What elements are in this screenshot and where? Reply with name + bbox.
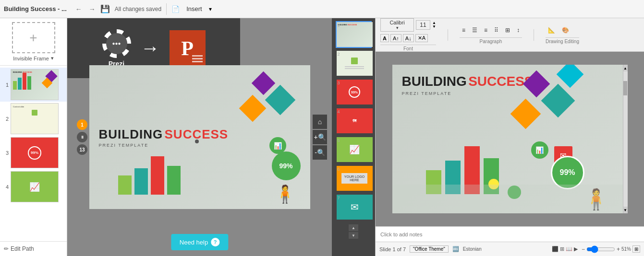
slide-canvas: BUILDING SUCCESS PREZI TEMPLATE 📊: [89, 65, 310, 209]
strip-item-5[interactable]: 5 📈: [336, 136, 372, 163]
font-section-title: Font: [380, 45, 436, 51]
spell-check-icon[interactable]: 🔤: [452, 246, 459, 252]
strip-item-6[interactable]: 6 YOUR LOGOHERE: [336, 165, 372, 192]
language-badge[interactable]: Estonian: [463, 246, 482, 252]
slide-strip: 1 BUILDING SUCCESS 2 3 99%: [332, 18, 375, 256]
font-size-shrink[interactable]: A↓: [403, 34, 414, 42]
strip-scroll-up[interactable]: ▲: [349, 224, 358, 231]
strip-item-2[interactable]: 2: [336, 50, 372, 77]
main-container: + Invisible Frame ▾ 1 BUILDING SUCCESS: [0, 18, 644, 256]
strip-thumb-5: 📈: [337, 137, 373, 162]
bar-1: [118, 175, 132, 195]
help-button[interactable]: Need help ?: [171, 234, 228, 250]
strip-num-6: 6: [338, 167, 340, 172]
right-panel: Calibri ▾ 11 ▲ ▼ A A↑ A↓ ✕A: [375, 18, 644, 256]
save-file-icon: 📄: [171, 5, 180, 13]
strip-num-7: 7: [338, 196, 340, 200]
path-numbers: 1 ⏸ 13: [77, 119, 87, 155]
dot-indicator: [195, 140, 199, 143]
right-slide-container: BUILDING SUCCESS PREZI TEMPLATE: [376, 52, 644, 226]
zoom-in-button[interactable]: +🔍: [313, 130, 327, 144]
insert-button[interactable]: Insert: [182, 4, 206, 13]
strip-item-3[interactable]: 3 99%: [336, 79, 372, 105]
zoom-controls: − + 51% ⊞: [582, 245, 640, 253]
slide-thumb-2: Content slide: [11, 103, 59, 134]
prezi-logo: ●●●: [102, 29, 131, 58]
bold-button[interactable]: A: [380, 34, 389, 42]
font-dropdown-button[interactable]: Calibri ▾: [380, 18, 414, 32]
back-button[interactable]: ←: [73, 4, 84, 14]
strip-thumb-4: 🗺: [337, 108, 373, 133]
scroll-up-button[interactable]: ▲: [623, 65, 628, 71]
scroll-thumb: [623, 81, 627, 95]
theme-badge[interactable]: "Office Theme": [410, 245, 449, 253]
font-size-button[interactable]: 11: [416, 20, 430, 30]
arrange-button[interactable]: 📐: [546, 25, 558, 35]
prezi-logo-center: ●●●: [106, 33, 127, 54]
align-right-button[interactable]: ≡: [482, 25, 490, 35]
font-size-down[interactable]: ▼: [432, 25, 436, 29]
slide-num-4: 4: [3, 184, 9, 190]
slide-item-4[interactable]: 4 📈: [0, 170, 67, 204]
ribbon-drawing-buttons: 📐 🎨: [546, 25, 579, 35]
canvas-area: ●●● Prezi → P: [67, 18, 332, 256]
quick-styles-button[interactable]: 🎨: [559, 25, 571, 35]
column-button[interactable]: ⊞: [503, 25, 512, 35]
align-center-button[interactable]: ☰: [470, 25, 480, 35]
slide-thumb-1: BUILDING SUCCESS: [11, 69, 59, 100]
clear-format-button[interactable]: ✕A: [415, 34, 428, 42]
reading-view-button[interactable]: 📖: [566, 246, 572, 252]
ribbon-drawing-section: 📐 🎨 Drawing Editing: [546, 25, 579, 44]
strip-thumb-3: 99%: [337, 80, 373, 105]
slide-item-1[interactable]: 1 BUILDING SUCCESS: [0, 68, 67, 102]
strip-num-3: 3: [338, 81, 340, 85]
frame-label: Invisible Frame ▾: [13, 55, 54, 61]
strip-num-5: 5: [338, 138, 340, 143]
home-tool-button[interactable]: ⌂: [313, 115, 327, 129]
strip-item-4[interactable]: 4 🗺: [336, 107, 372, 134]
right-ribbon: Calibri ▾ 11 ▲ ▼ A A↑ A↓ ✕A: [376, 18, 644, 52]
slide-item-3[interactable]: 3 99%: [0, 136, 67, 170]
scroll-down-button[interactable]: ▼: [623, 207, 628, 213]
separator: [166, 3, 167, 15]
slide-item-2[interactable]: 2 Content slide: [0, 102, 67, 136]
font-size-grow[interactable]: A↑: [390, 34, 401, 42]
strip-item-7[interactable]: 7 ✉: [336, 194, 372, 221]
zoom-slider[interactable]: [586, 245, 615, 253]
bar-3: [151, 156, 164, 195]
strip-num-2: 2: [338, 52, 340, 57]
fit-window-button[interactable]: ⊞: [632, 245, 640, 253]
strip-item-1[interactable]: 1 BUILDING SUCCESS: [336, 21, 372, 48]
normal-view-button[interactable]: ⬛: [552, 246, 559, 252]
ribbon-separator-1: [448, 29, 448, 41]
rs-subtitle: PREZI TEMPLATE: [402, 91, 613, 96]
frame-dropdown-arrow[interactable]: ▾: [51, 55, 54, 61]
text-direction-button[interactable]: ↕: [514, 25, 522, 35]
right-slide[interactable]: BUILDING SUCCESS PREZI TEMPLATE: [392, 65, 623, 213]
ribbon-font-buttons: Calibri ▾ 11 ▲ ▼: [380, 18, 436, 32]
font-size-arrows: ▲ ▼: [432, 21, 436, 29]
path-num-pause[interactable]: ⏸: [77, 132, 87, 142]
save-icon[interactable]: 💾: [100, 4, 110, 13]
drawing-section-title: Drawing Editing: [546, 37, 579, 44]
add-frame-button[interactable]: +: [12, 22, 55, 53]
right-slide-content: BUILDING SUCCESS PREZI TEMPLATE: [392, 65, 623, 213]
frame-selector: + Invisible Frame ▾: [0, 18, 67, 66]
strip-scroll-controls: ▲ ▼: [349, 224, 358, 239]
slide-sorter-button[interactable]: ⊞: [560, 246, 564, 252]
strip-scroll-down[interactable]: ▼: [349, 232, 358, 239]
slideshow-button[interactable]: ▶: [574, 246, 578, 252]
edit-path-button[interactable]: ✏ Edit Path: [4, 245, 34, 252]
zoom-in-status[interactable]: +: [617, 246, 620, 253]
path-num-13[interactable]: 13: [77, 144, 87, 155]
forward-button[interactable]: →: [87, 4, 97, 14]
zoom-out-status[interactable]: −: [582, 246, 585, 253]
notes-area[interactable]: Click to add notes: [376, 226, 644, 242]
zoom-out-button[interactable]: -🔍: [313, 145, 327, 160]
help-label: Need help: [180, 239, 208, 246]
path-num-1[interactable]: 1: [77, 119, 87, 130]
align-left-button[interactable]: ≡: [460, 25, 468, 35]
arrow-icon: →: [141, 37, 160, 59]
help-icon: ?: [211, 238, 219, 246]
justify-button[interactable]: ⠿: [492, 25, 501, 35]
